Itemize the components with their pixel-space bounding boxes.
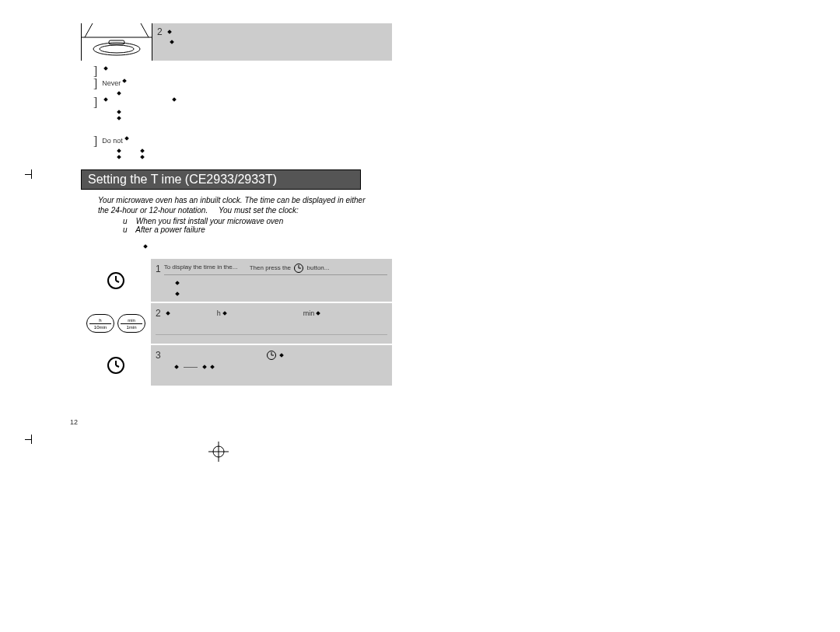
diamond-icon <box>166 311 170 316</box>
note-donot-label: Do not <box>102 137 123 145</box>
note-row: ] Never <box>93 79 392 89</box>
diamond-icon <box>103 66 108 71</box>
diamond-icon <box>279 353 284 358</box>
svg-point-7 <box>100 45 134 53</box>
svg-line-5 <box>141 23 149 37</box>
top-step-panel: 2 <box>152 23 392 61</box>
step2-min-label: min <box>303 309 315 317</box>
intro-line2: the 24-hour or 12-hour notation. <box>98 206 208 215</box>
step-number: 2 <box>156 308 161 319</box>
clock-icon <box>107 356 125 375</box>
intro-bullet-text: After a power failure <box>135 225 205 234</box>
step1-col2b: button... <box>307 264 330 271</box>
note-sub <box>115 110 392 113</box>
clock-icon <box>294 264 303 273</box>
diamond-icon <box>316 311 320 316</box>
diamond-icon <box>167 30 172 34</box>
m-top: min <box>128 318 135 323</box>
diamond-icon <box>117 148 121 153</box>
bracket-icon: ] <box>93 67 97 76</box>
bracket-icon: ] <box>93 137 97 146</box>
page: 2 ] ] Never ] <box>0 0 840 632</box>
microwave-interior-diagram <box>81 23 152 61</box>
clock-icon <box>107 271 125 290</box>
intro-bullet-text: When you first install your microwave ov… <box>136 217 284 225</box>
step2-panel: 2 h min <box>151 303 392 344</box>
min-button-icon: min 1min <box>117 314 145 333</box>
note-sub <box>115 117 392 120</box>
clock-icon <box>267 351 276 360</box>
crop-mark <box>23 166 39 182</box>
diamond-icon <box>175 292 180 296</box>
note-sub <box>115 92 392 95</box>
diamond-icon <box>172 97 177 102</box>
u-marker: u <box>123 217 128 225</box>
diamond-icon <box>124 136 129 141</box>
note-row: ] <box>93 98 392 107</box>
bracket-icon: ] <box>93 98 97 107</box>
top-diagram-row: 2 <box>81 23 392 61</box>
intro-diamond <box>142 239 392 253</box>
step-number: 1 <box>156 264 161 274</box>
step1-header: To display the time in the... Then press… <box>164 264 387 274</box>
diamond-icon <box>123 79 128 83</box>
diamond-icon <box>170 40 174 44</box>
note-sub <box>115 149 392 152</box>
h-button-icon: h 10min <box>86 314 114 333</box>
h-bot: 10min <box>89 323 110 330</box>
diamond-icon <box>222 311 227 316</box>
note-row: ] Do not <box>93 137 392 146</box>
registration-mark <box>208 442 229 462</box>
step-number: 2 <box>157 26 163 37</box>
diamond-icon <box>143 244 148 249</box>
diamond-icon <box>103 97 108 102</box>
step1-col2a: Then press the <box>250 264 291 271</box>
bracket-icon: ] <box>93 79 97 89</box>
step3-icon-cell <box>81 345 151 386</box>
step1-icon-cell <box>81 259 151 302</box>
step2-h-label: h <box>217 309 221 317</box>
intro-line2b: You must set the clock: <box>219 206 299 215</box>
note-sub <box>115 155 392 159</box>
step3-panel: 3 <box>151 345 392 386</box>
step2-icon-cell: h 10min min 1min <box>81 303 151 344</box>
note-row: ] <box>93 67 392 76</box>
content-column: 2 ] ] Never ] <box>81 23 392 386</box>
notes-list: ] ] Never ] <box>81 67 392 159</box>
intro-bullet: u When you first install your microwave … <box>123 217 392 225</box>
diamond-icon <box>117 155 121 159</box>
diamond-icon <box>140 148 145 153</box>
diamond-icon <box>210 365 215 369</box>
diamond-icon <box>202 365 207 369</box>
step-number: 3 <box>156 350 161 361</box>
page-number: 12 <box>70 418 78 426</box>
u-marker: u <box>123 225 128 234</box>
svg-line-11 <box>116 281 119 282</box>
step-row-1: 1 To display the time in the... Then pre… <box>81 259 392 302</box>
steps-table: 1 To display the time in the... Then pre… <box>81 259 392 386</box>
svg-line-4 <box>85 23 93 37</box>
diamond-icon <box>117 110 121 114</box>
diamond-icon <box>140 155 145 159</box>
diamond-icon <box>175 281 180 285</box>
m-bot: 1min <box>121 323 142 330</box>
crop-mark <box>23 431 39 447</box>
note-never-label: Never <box>102 79 121 87</box>
intro-text: Your microwave oven has an inbuilt clock… <box>98 196 370 215</box>
intro-line1: Your microwave oven has an inbuilt clock… <box>98 196 366 204</box>
step-row-3: 3 <box>81 345 392 386</box>
h-top: h <box>99 318 101 323</box>
svg-line-14 <box>116 365 119 367</box>
h-min-buttons: h 10min min 1min <box>86 314 145 333</box>
step1-panel: 1 To display the time in the... Then pre… <box>151 259 392 302</box>
diamond-icon <box>117 91 121 96</box>
intro-bullet: u After a power failure <box>123 225 392 234</box>
diamond-icon <box>174 365 179 369</box>
step1-col1: To display the time in the... <box>164 264 250 273</box>
diamond-icon <box>117 116 121 120</box>
step-row-2: h 10min min 1min 2 h <box>81 303 392 344</box>
section-heading: Setting the T ime (CE2933/2933T) <box>81 169 361 190</box>
